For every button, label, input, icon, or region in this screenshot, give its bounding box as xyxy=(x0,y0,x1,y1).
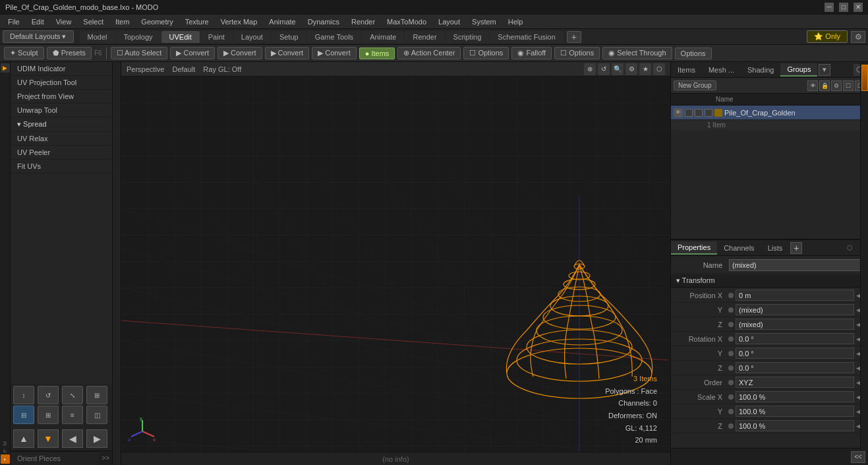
grid-icon-btn[interactable]: ⊟ xyxy=(13,406,34,424)
convert-4-button[interactable]: ▶ Convert xyxy=(312,47,357,59)
item-eye-toggle[interactable]: 👁 xyxy=(674,108,683,117)
viewport-search-icon[interactable]: 🔍 xyxy=(612,63,623,75)
arrow-up-btn[interactable]: ▲ xyxy=(13,429,34,448)
convert-2-button[interactable]: ▶ Convert xyxy=(217,47,262,59)
uv-projection-tool[interactable]: UV Projection Tool xyxy=(11,76,112,90)
tab-setup[interactable]: Setup xyxy=(272,31,306,43)
mini-tool-1[interactable]: ▶ xyxy=(1,63,10,73)
rotation-x-dot[interactable] xyxy=(728,336,734,342)
viewport-expand-icon[interactable]: ⬡ xyxy=(653,63,665,75)
props-prev-button[interactable]: << xyxy=(851,451,865,463)
tab-gametools[interactable]: Game Tools xyxy=(307,31,362,43)
menu-maxtomodo[interactable]: MaxToModo xyxy=(382,16,432,27)
default-layouts-button[interactable]: Default Layouts ▾ xyxy=(3,30,74,43)
minimize-button[interactable]: ─ xyxy=(825,3,834,12)
tab-shading[interactable]: Shading xyxy=(741,64,780,76)
new-group-button[interactable]: New Group xyxy=(674,80,716,90)
tab-paint[interactable]: Paint xyxy=(200,31,233,43)
presets-button[interactable]: ⬟ Presets xyxy=(47,47,92,59)
menu-dynamics[interactable]: Dynamics xyxy=(303,16,345,27)
menu-item[interactable]: Item xyxy=(110,16,134,27)
tab-properties[interactable]: Properties xyxy=(671,241,717,255)
group-checkbox-button[interactable]: ☐ xyxy=(843,80,854,91)
group-eye-button[interactable]: 👁 xyxy=(807,80,818,91)
options-2-button[interactable]: ☐ Options xyxy=(554,47,600,59)
convert-3-button[interactable]: ▶ Convert xyxy=(265,47,310,59)
arrow-down-btn[interactable]: ▼ xyxy=(38,429,59,448)
only-button[interactable]: ⭐ Only xyxy=(807,30,848,43)
menu-layout[interactable]: Layout xyxy=(433,16,465,27)
falloff-button[interactable]: ◉ Falloff xyxy=(511,47,552,59)
tab-layout[interactable]: Layout xyxy=(233,31,271,43)
viewport-raygl[interactable]: Ray GL: Off xyxy=(203,65,241,73)
arrow-right-btn[interactable]: ▶ xyxy=(86,429,107,448)
unwrap-tool[interactable]: Unwrap Tool xyxy=(11,104,112,117)
order-select[interactable]: XYZ xyxy=(736,377,854,388)
menu-file[interactable]: File xyxy=(3,16,25,27)
uv-peeler-tool[interactable]: UV Peeler xyxy=(11,146,112,160)
viewport-settings-icon[interactable]: ⚙ xyxy=(625,63,637,75)
scale-z-input[interactable] xyxy=(736,420,854,431)
menu-texture[interactable]: Texture xyxy=(180,16,214,27)
menu-vertexmap[interactable]: Vertex Map xyxy=(216,16,263,27)
tab-topology[interactable]: Topology xyxy=(115,31,160,43)
arrow-left-btn[interactable]: ◀ xyxy=(62,429,83,448)
viewport[interactable]: Perspective Default Ray GL: Off ⊕ ↺ 🔍 ⚙ … xyxy=(121,62,670,465)
rotation-z-dot[interactable] xyxy=(728,365,734,371)
group-lock-button[interactable]: 🔒 xyxy=(819,80,830,91)
scale-x-dot[interactable] xyxy=(728,394,734,400)
tab-items[interactable]: Items xyxy=(671,64,702,76)
transform-section-header[interactable]: ▾ Transform xyxy=(671,274,868,288)
viewport-star-icon[interactable]: ★ xyxy=(639,63,651,75)
checker-icon-btn[interactable]: ⊞ xyxy=(38,406,59,424)
viewport-default[interactable]: Default xyxy=(172,65,195,73)
spread-group[interactable]: ▾ Spread xyxy=(11,117,112,132)
rotation-z-input[interactable] xyxy=(736,362,854,373)
tab-channels[interactable]: Channels xyxy=(717,242,761,254)
sculpt-button[interactable]: ✦ Sculpt xyxy=(4,47,44,59)
name-prop-input[interactable] xyxy=(729,259,865,271)
menu-select[interactable]: Select xyxy=(78,16,109,27)
position-y-dot[interactable] xyxy=(728,307,734,313)
map-icon-btn[interactable]: ◫ xyxy=(86,406,107,424)
viewport-orbit-icon[interactable]: ⊕ xyxy=(584,63,596,75)
rotate-icon-btn[interactable]: ↺ xyxy=(38,386,59,404)
scale-x-input[interactable] xyxy=(736,391,854,402)
tab-schematic[interactable]: Schematic Fusion xyxy=(490,31,563,43)
order-dot[interactable] xyxy=(728,380,734,385)
scale-y-input[interactable] xyxy=(736,406,854,417)
orange-indicator-bar[interactable] xyxy=(861,65,868,91)
menu-geometry[interactable]: Geometry xyxy=(136,16,178,27)
menu-render[interactable]: Render xyxy=(346,16,380,27)
mini-indicator[interactable]: ▪ xyxy=(1,454,10,464)
tab-model[interactable]: Model xyxy=(80,31,115,43)
rotation-y-input[interactable] xyxy=(736,348,854,359)
tab-groups[interactable]: Groups xyxy=(780,63,817,77)
fit-uvs-tool[interactable]: Fit UVs xyxy=(11,160,112,173)
action-center-button[interactable]: ⊕ Action Center xyxy=(397,47,461,59)
add-channel-button[interactable]: + xyxy=(790,242,802,254)
move-icon-btn[interactable]: ↕ xyxy=(13,386,34,404)
item-checkbox3[interactable] xyxy=(705,109,712,117)
scale-z-dot[interactable] xyxy=(728,423,734,429)
tab-mesh[interactable]: Mesh ... xyxy=(702,64,741,76)
select-through-button[interactable]: ◉ Select Through xyxy=(602,47,672,59)
item-row[interactable]: 👁 Pile_Of_Crap_Golden xyxy=(671,106,868,120)
tab-render[interactable]: Render xyxy=(405,31,444,43)
expand-button[interactable]: >> xyxy=(99,452,112,464)
udim-indicator-tool[interactable]: UDIM Indicator xyxy=(11,62,112,76)
uv-icon-btn[interactable]: ≡ xyxy=(62,406,83,424)
menu-system[interactable]: System xyxy=(467,16,502,27)
tabs-more-button[interactable]: ▾ xyxy=(819,64,830,76)
rotation-x-input[interactable] xyxy=(736,333,854,344)
menu-edit[interactable]: Edit xyxy=(26,16,49,27)
menu-animate[interactable]: Animate xyxy=(264,16,301,27)
menu-help[interactable]: Help xyxy=(503,16,529,27)
position-x-input[interactable] xyxy=(736,290,854,301)
tab-scripting[interactable]: Scripting xyxy=(446,31,490,43)
auto-select-button[interactable]: ☐ Auto Select xyxy=(111,47,168,59)
options-1-button[interactable]: ☐ Options xyxy=(463,47,509,59)
viewport-perspective[interactable]: Perspective xyxy=(127,65,164,73)
options-3-button[interactable]: Options xyxy=(675,47,712,59)
add-layout-button[interactable]: + xyxy=(567,31,581,43)
